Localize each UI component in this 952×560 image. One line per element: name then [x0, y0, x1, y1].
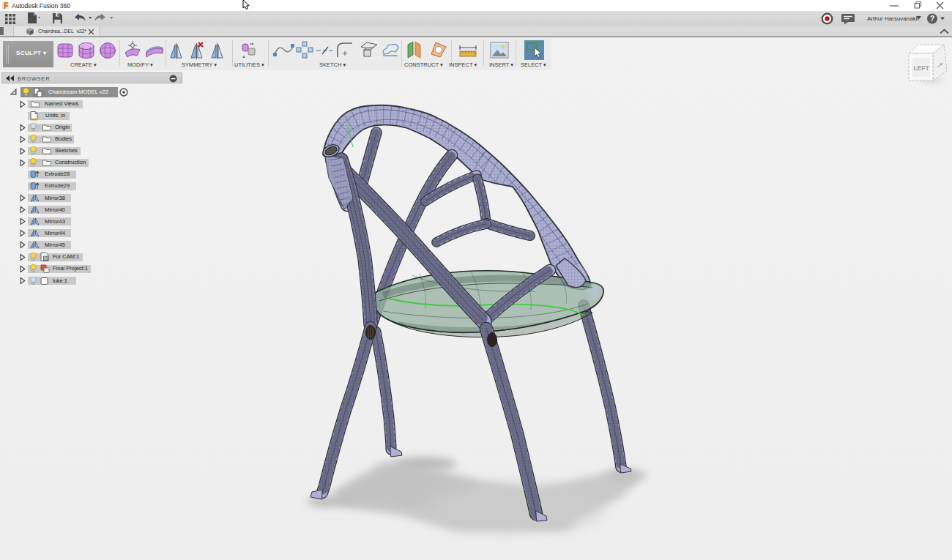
- svg-text:LEFT: LEFT: [913, 64, 929, 72]
- svg-text:?: ?: [930, 15, 934, 23]
